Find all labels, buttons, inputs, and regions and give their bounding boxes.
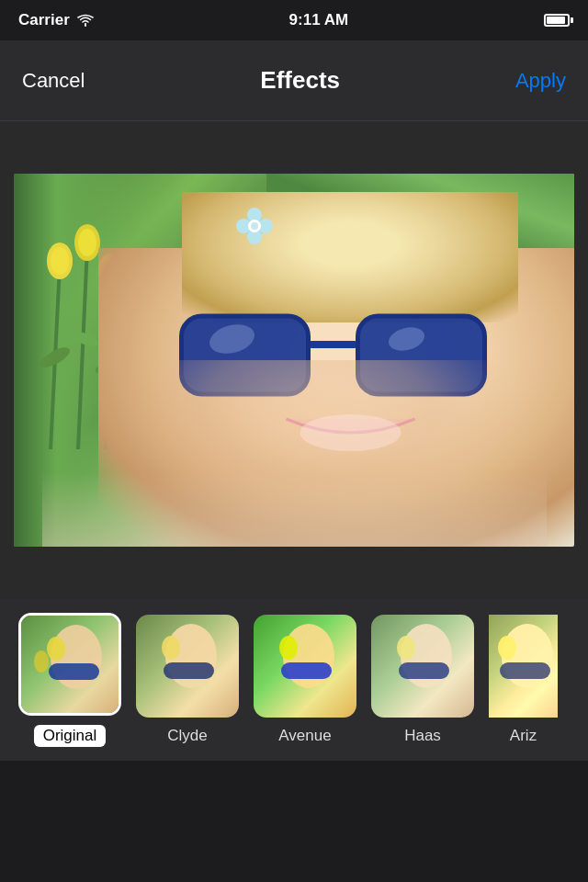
svg-point-35 (47, 637, 65, 661)
svg-point-52 (498, 636, 516, 660)
filter-preview-original (21, 616, 119, 713)
svg-point-36 (34, 650, 49, 673)
svg-rect-51 (500, 662, 550, 679)
photo-hair-flower (227, 203, 282, 249)
status-battery (544, 14, 570, 27)
svg-rect-43 (281, 662, 332, 679)
svg-rect-39 (164, 662, 214, 679)
svg-point-6 (70, 329, 101, 349)
svg-rect-47 (399, 662, 449, 679)
filter-label-haas: Haas (404, 727, 441, 745)
filter-preview-haas (371, 615, 474, 718)
bottom-area (0, 761, 588, 864)
status-carrier: Carrier (18, 11, 94, 29)
filter-preview-ariz (489, 615, 558, 718)
svg-point-40 (162, 636, 180, 660)
filter-original[interactable]: Original (18, 613, 121, 747)
svg-point-48 (397, 636, 415, 660)
status-time: 9:11 AM (289, 11, 349, 29)
wifi-icon (77, 14, 94, 27)
filter-avenue[interactable]: Avenue (254, 615, 356, 745)
svg-rect-34 (49, 663, 99, 680)
battery-icon (544, 14, 570, 27)
svg-point-9 (51, 247, 69, 275)
filter-label-ariz: Ariz (510, 727, 537, 745)
main-photo (14, 174, 574, 547)
filter-clyde[interactable]: Clyde (136, 615, 239, 745)
main-image-area (0, 121, 588, 599)
apply-button[interactable]: Apply (515, 62, 566, 100)
filter-thumb-ariz (489, 615, 558, 718)
filter-preview-clyde (136, 615, 239, 718)
cancel-button[interactable]: Cancel (22, 62, 85, 100)
svg-rect-22 (309, 341, 358, 348)
filter-thumb-clyde (136, 615, 239, 718)
svg-point-11 (78, 229, 96, 256)
svg-point-44 (279, 636, 298, 660)
filter-label-original: Original (34, 725, 107, 747)
nav-bar: Cancel Effects Apply (0, 40, 588, 121)
filter-thumb-haas (371, 615, 474, 718)
filter-thumb-avenue (254, 615, 356, 718)
svg-line-1 (78, 247, 87, 449)
photo-smile (210, 401, 491, 465)
svg-point-31 (300, 414, 401, 451)
photo-outfit (42, 472, 547, 547)
page-title: Effects (260, 66, 340, 95)
filter-strip: Original (0, 599, 588, 761)
filter-ariz[interactable]: Ariz (489, 615, 558, 745)
filter-label-avenue: Avenue (278, 727, 331, 745)
status-bar: Carrier 9:11 AM (0, 0, 588, 40)
filter-thumb-original (18, 613, 121, 716)
filter-haas[interactable]: Haas (371, 615, 474, 745)
filter-label-clyde: Clyde (167, 727, 207, 745)
carrier-text: Carrier (18, 11, 70, 29)
svg-point-21 (251, 222, 258, 230)
filter-preview-avenue (254, 615, 356, 718)
